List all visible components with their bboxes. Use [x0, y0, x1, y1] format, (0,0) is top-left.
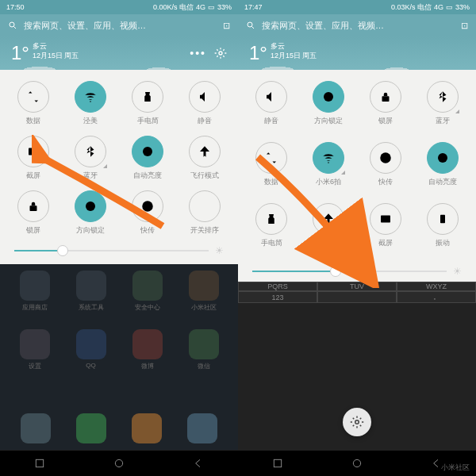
qs-tile-transfer[interactable]: 快传 — [121, 190, 175, 236]
status-bar: 17:50 0.00K/s 电信 4G ▭ 33% — [0, 0, 238, 14]
qs-tile-bt[interactable]: 蓝牙 — [63, 136, 117, 181]
qs-tile-transfer[interactable]: 快传 — [359, 142, 413, 187]
qs-tile-lock[interactable]: 锁屏 — [359, 81, 413, 126]
qs-tile-torch[interactable]: 手电筒 — [121, 81, 175, 126]
weather-widget[interactable]: 1° 多云 12月15日 周五 — [238, 36, 476, 70]
qs-tile-bt[interactable]: 蓝牙 — [416, 81, 470, 126]
wifi-icon — [313, 142, 344, 174]
qs-tile-data[interactable]: 数据 — [6, 81, 60, 126]
assistive-settings-button[interactable] — [343, 408, 371, 436]
qs-label: 开关排序 — [190, 225, 219, 236]
qs-tile-lock[interactable]: 锁屏 — [6, 190, 60, 236]
qs-tile-auto-bright[interactable]: 自动亮度 — [121, 136, 175, 181]
brightness-slider[interactable]: ☀ — [244, 266, 470, 277]
dock-app[interactable] — [21, 413, 51, 443]
qs-tile-reorder[interactable]: 开关排序 — [178, 190, 232, 236]
airplane-icon — [313, 203, 344, 235]
key[interactable]: 。 — [397, 291, 476, 303]
phone-right: 17:47 0.03K/s 电信 4G ▭ 33% 搜索网页、设置、应用、视频…… — [238, 0, 476, 476]
nav-bar — [238, 451, 476, 476]
nav-home[interactable] — [351, 457, 363, 470]
key[interactable]: 123 — [238, 291, 317, 303]
dock-app[interactable] — [132, 413, 162, 443]
slider-fill — [252, 271, 330, 272]
svg-point-15 — [115, 459, 122, 466]
wifi-icon — [75, 81, 106, 113]
rotate-icon — [313, 81, 344, 113]
status-battery-icon: ▭ — [446, 3, 453, 11]
qs-tile-vibrate[interactable]: 振动 — [416, 203, 470, 248]
qs-tile-airplane[interactable]: 飞行模式 — [301, 203, 355, 248]
status-bar: 17:47 0.03K/s 电信 4G ▭ 33% — [238, 0, 476, 14]
brightness-slider[interactable]: ☀ — [6, 245, 232, 256]
torch-icon — [132, 81, 163, 113]
qs-tile-rotate[interactable]: 方向锁定 — [63, 190, 117, 236]
search-bar[interactable]: 搜索网页、设置、应用、视频… ⊡ — [0, 14, 238, 36]
rotate-icon — [75, 190, 106, 222]
lock-icon — [370, 81, 401, 113]
dock-app[interactable] — [76, 413, 106, 443]
qs-tile-rotate[interactable]: 方向锁定 — [301, 81, 355, 126]
qs-tile-mute[interactable]: 静音 — [244, 81, 298, 126]
slider-thumb[interactable] — [330, 266, 341, 277]
nav-home[interactable] — [113, 457, 125, 470]
qs-tile-auto-bright[interactable]: 自动亮度 — [416, 142, 470, 187]
status-signal: 电信 4G — [179, 2, 205, 13]
phone-left: 17:50 0.00K/s 电信 4G ▭ 33% 搜索网页、设置、应用、视频…… — [0, 0, 238, 476]
app-应用商店[interactable]: 应用商店 — [8, 271, 61, 326]
lock-icon — [17, 190, 49, 222]
qs-label: 飞行模式 — [190, 171, 219, 181]
nav-recents[interactable] — [33, 457, 46, 470]
key[interactable]: WXYZ — [397, 282, 476, 291]
status-speed: 0.00K/s — [153, 3, 178, 11]
more-icon[interactable]: ••• — [190, 47, 206, 60]
dock-app[interactable] — [187, 413, 217, 443]
qs-tile-screenshot[interactable]: 截屏 — [6, 136, 60, 181]
nav-bar — [0, 451, 238, 476]
key[interactable]: PQRS — [238, 282, 317, 291]
slider-thumb[interactable] — [57, 245, 68, 256]
transfer-icon — [370, 142, 401, 174]
key[interactable] — [317, 291, 397, 303]
key[interactable]: TUV — [317, 282, 397, 291]
weather-widget[interactable]: 1° 多云 12月15日 周五 ••• — [0, 36, 238, 70]
brightness-icon: ☀ — [453, 266, 462, 277]
qs-label: 手电筒 — [137, 116, 159, 126]
scan-icon[interactable]: ⊡ — [223, 21, 230, 31]
airplane-icon — [189, 136, 221, 167]
quick-settings-panel: 静音方向锁定锁屏蓝牙数据小米6拍快传自动亮度手电筒飞行模式截屏振动 ☀ — [238, 70, 476, 282]
app-微信[interactable]: 微信 — [177, 329, 230, 385]
screenshot-icon — [370, 203, 401, 235]
qs-label: 截屏 — [378, 238, 393, 248]
scan-icon[interactable]: ⊡ — [461, 21, 468, 31]
settings-icon[interactable] — [214, 47, 227, 60]
qs-tile-wifi[interactable]: 小米6拍 — [301, 142, 355, 187]
qs-tile-torch[interactable]: 手电筒 — [244, 203, 298, 248]
qs-label: 数据 — [26, 116, 40, 126]
app-QQ[interactable]: QQ — [64, 329, 117, 385]
app-小米社区[interactable]: 小米社区 — [177, 271, 230, 326]
qs-tile-screenshot[interactable]: 截屏 — [359, 203, 413, 248]
app-微博[interactable]: 微博 — [121, 329, 174, 385]
data-icon — [17, 81, 49, 113]
qs-label: 泾美 — [83, 116, 98, 126]
transfer-icon — [132, 190, 163, 222]
svg-rect-16 — [274, 459, 281, 466]
qs-label: 振动 — [436, 238, 450, 248]
nav-recents[interactable] — [271, 457, 284, 470]
svg-rect-13 — [36, 459, 43, 466]
search-bar[interactable]: 搜索网页、设置、应用、视频… ⊡ — [238, 14, 476, 36]
app-设置[interactable]: 设置 — [8, 329, 61, 385]
weather-cond: 多云 — [33, 42, 79, 52]
qs-tile-wifi[interactable]: 泾美 — [63, 81, 117, 126]
qs-label: 手电筒 — [261, 238, 282, 248]
qs-label: 蓝牙 — [83, 171, 98, 181]
nav-back[interactable] — [192, 457, 205, 470]
qs-tile-mute[interactable]: 静音 — [178, 81, 232, 126]
status-signal: 电信 4G — [417, 2, 443, 13]
qs-tile-data[interactable]: 数据 — [244, 142, 298, 187]
app-安全中心[interactable]: 安全中心 — [121, 271, 174, 326]
svg-point-18 — [353, 459, 360, 466]
app-系统工具[interactable]: 系统工具 — [64, 271, 117, 326]
qs-tile-airplane[interactable]: 飞行模式 — [178, 136, 232, 181]
